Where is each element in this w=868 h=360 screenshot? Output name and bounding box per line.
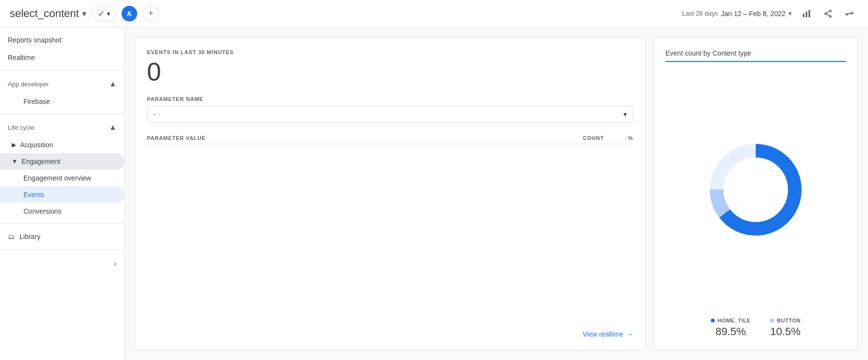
legend-dot-button <box>770 319 774 322</box>
sidebar-divider-2 <box>0 114 124 114</box>
sidebar-item-conversions[interactable]: Conversions <box>0 203 124 220</box>
sidebar-item-acquisition[interactable]: ▶ Acquisition <box>0 137 124 153</box>
sidebar-divider-1 <box>0 70 124 71</box>
library-label: Library <box>20 233 41 240</box>
sidebar-item-engagement[interactable]: ▼ Engagement <box>0 153 124 170</box>
engagement-label: Engagement <box>21 158 60 165</box>
legend-label-button-text: BUTTON <box>777 318 801 323</box>
legend-item-home-tile: HOME_TILE 89.5% <box>711 318 750 338</box>
param-dropdown-arrow: ▾ <box>623 110 627 118</box>
pct-col: % <box>604 135 633 141</box>
status-dropdown-arrow[interactable]: ▾ <box>107 10 110 18</box>
collapse-sidebar-button[interactable]: ‹ <box>114 260 117 268</box>
acquisition-label: Acquisition <box>20 141 53 149</box>
legend-pct-button: 10.5% <box>770 325 801 338</box>
life-cycle-label: Life cycle <box>8 124 34 131</box>
donut-chart <box>702 136 809 243</box>
parameter-name-select[interactable]: - ▾ <box>147 106 633 122</box>
sidebar: Reports snapshot Realtime App developer … <box>0 27 125 360</box>
svg-rect-1 <box>806 11 807 17</box>
count-col: COUNT <box>555 135 604 141</box>
legend-pct-home-tile: 89.5% <box>715 325 745 338</box>
share-icon-btn[interactable] <box>819 5 837 22</box>
legend-label-button: BUTTON <box>770 318 801 323</box>
right-card: Event count by Content type <box>653 37 858 350</box>
svg-point-4 <box>825 13 826 14</box>
sidebar-section-life-cycle[interactable]: Life cycle ▲ <box>0 118 124 137</box>
left-card-footer: View realtime → <box>147 322 633 338</box>
parameter-select-value: - <box>153 110 156 118</box>
legend-item-button: BUTTON 10.5% <box>770 318 801 338</box>
sidebar-section-app-developer[interactable]: App developer ▲ <box>0 75 124 93</box>
content-area: EVENTS IN LAST 30 MINUTES 0 PARAMETER NA… <box>125 27 868 360</box>
arrow-right-icon: → <box>626 330 633 338</box>
legend-label-home-tile: HOME_TILE <box>711 318 750 323</box>
chevron-up-icon-2: ▲ <box>109 123 117 132</box>
parameter-name-label: PARAMETER NAME <box>147 96 633 102</box>
add-icon: + <box>148 8 154 19</box>
bar-chart-icon-btn[interactable] <box>798 5 815 22</box>
svg-line-6 <box>827 11 830 13</box>
folder-icon: 🗂 <box>8 233 15 240</box>
status-button[interactable]: ✓ ▾ <box>92 6 116 21</box>
sidebar-item-reports-snapshot[interactable]: Reports snapshot <box>0 31 124 49</box>
left-card: EVENTS IN LAST 30 MINUTES 0 PARAMETER NA… <box>135 37 645 350</box>
sidebar-item-engagement-overview[interactable]: Engagement overview <box>0 170 124 186</box>
svg-rect-2 <box>808 10 810 17</box>
legend-dot-home-tile <box>711 319 715 322</box>
date-range-prefix: Last 28 days <box>682 10 718 17</box>
event-dropdown-arrow[interactable]: ▾ <box>82 8 86 19</box>
avatar-label: A <box>127 10 132 18</box>
events-in-30-min-label: EVENTS IN LAST 30 MINUTES <box>147 49 633 55</box>
arrow-right-icon: ▶ <box>12 141 16 148</box>
sidebar-item-realtime[interactable]: Realtime <box>0 49 124 66</box>
app-developer-label: App developer <box>8 80 49 88</box>
sidebar-bottom: ‹ <box>0 254 124 274</box>
svg-rect-0 <box>803 14 805 18</box>
view-realtime-link[interactable]: View realtime → <box>582 330 633 338</box>
svg-point-3 <box>829 10 831 11</box>
sidebar-item-events[interactable]: Events <box>0 186 124 203</box>
svg-point-12 <box>723 158 788 222</box>
param-table-header: PARAMETER VALUE COUNT % <box>147 132 633 144</box>
status-check-icon: ✓ <box>98 8 105 19</box>
sidebar-item-library[interactable]: 🗂 Library <box>0 228 124 245</box>
chevron-up-icon: ▲ <box>109 80 117 88</box>
sidebar-item-firebase[interactable]: Firebase <box>0 93 124 110</box>
header-icons <box>798 5 858 22</box>
date-range: Last 28 days Jan 12 – Feb 8, 2022 ▾ <box>682 10 792 18</box>
svg-line-7 <box>827 14 830 16</box>
sidebar-divider-3 <box>0 223 124 224</box>
event-selector[interactable]: select_content ▾ <box>10 7 86 20</box>
chart-title: Event count by Content type <box>665 49 846 62</box>
add-button[interactable]: + <box>143 6 159 21</box>
view-realtime-label: View realtime <box>582 330 623 338</box>
event-name: select_content <box>10 7 79 20</box>
legend-label-home-tile-text: HOME_TILE <box>718 318 750 323</box>
date-range-text: Jan 12 – Feb 8, 2022 <box>721 10 785 18</box>
arrow-down-icon: ▼ <box>12 158 18 165</box>
main-layout: Reports snapshot Realtime App developer … <box>0 27 868 360</box>
chart-legend: HOME_TILE 89.5% BUTTON 10.5% <box>665 318 846 338</box>
parameter-value-col: PARAMETER VALUE <box>147 135 555 141</box>
sidebar-divider-4 <box>0 249 124 250</box>
svg-point-5 <box>829 16 831 17</box>
donut-chart-container <box>665 70 846 310</box>
top-header: select_content ▾ ✓ ▾ A + Last 28 days Ja… <box>0 0 868 27</box>
avatar[interactable]: A <box>122 6 137 21</box>
date-dropdown-arrow[interactable]: ▾ <box>788 10 792 17</box>
compare-icon-btn[interactable] <box>841 5 858 22</box>
events-count: 0 <box>147 59 633 84</box>
